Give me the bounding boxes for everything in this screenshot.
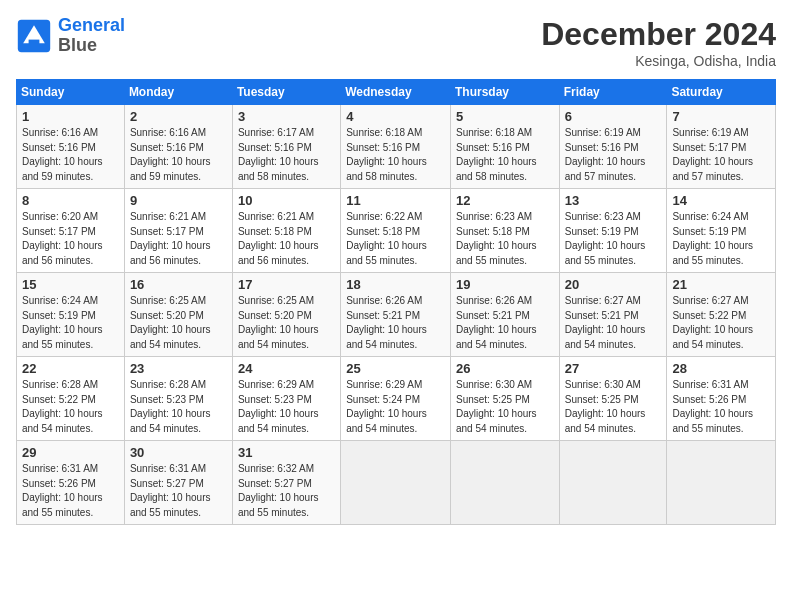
day-cell-28: 28 Sunrise: 6:31 AM Sunset: 5:26 PM Dayl… <box>667 357 776 441</box>
day-info: Sunrise: 6:17 AM Sunset: 5:16 PM Dayligh… <box>238 126 335 184</box>
day-cell-15: 15 Sunrise: 6:24 AM Sunset: 5:19 PM Dayl… <box>17 273 125 357</box>
col-thursday: Thursday <box>450 80 559 105</box>
week-row-1: 1 Sunrise: 6:16 AM Sunset: 5:16 PM Dayli… <box>17 105 776 189</box>
day-number: 30 <box>130 445 227 460</box>
day-info: Sunrise: 6:25 AM Sunset: 5:20 PM Dayligh… <box>130 294 227 352</box>
day-number: 1 <box>22 109 119 124</box>
day-info: Sunrise: 6:22 AM Sunset: 5:18 PM Dayligh… <box>346 210 445 268</box>
day-cell-6: 6 Sunrise: 6:19 AM Sunset: 5:16 PM Dayli… <box>559 105 667 189</box>
day-cell-9: 9 Sunrise: 6:21 AM Sunset: 5:17 PM Dayli… <box>124 189 232 273</box>
week-row-5: 29 Sunrise: 6:31 AM Sunset: 5:26 PM Dayl… <box>17 441 776 525</box>
day-cell-25: 25 Sunrise: 6:29 AM Sunset: 5:24 PM Dayl… <box>341 357 451 441</box>
day-number: 6 <box>565 109 662 124</box>
day-number: 25 <box>346 361 445 376</box>
day-info: Sunrise: 6:18 AM Sunset: 5:16 PM Dayligh… <box>456 126 554 184</box>
day-info: Sunrise: 6:16 AM Sunset: 5:16 PM Dayligh… <box>130 126 227 184</box>
day-info: Sunrise: 6:27 AM Sunset: 5:22 PM Dayligh… <box>672 294 770 352</box>
day-number: 23 <box>130 361 227 376</box>
day-info: Sunrise: 6:25 AM Sunset: 5:20 PM Dayligh… <box>238 294 335 352</box>
day-cell-16: 16 Sunrise: 6:25 AM Sunset: 5:20 PM Dayl… <box>124 273 232 357</box>
day-info: Sunrise: 6:30 AM Sunset: 5:25 PM Dayligh… <box>565 378 662 436</box>
day-info: Sunrise: 6:24 AM Sunset: 5:19 PM Dayligh… <box>672 210 770 268</box>
day-number: 3 <box>238 109 335 124</box>
month-title: December 2024 <box>541 16 776 53</box>
day-info: Sunrise: 6:21 AM Sunset: 5:18 PM Dayligh… <box>238 210 335 268</box>
day-info: Sunrise: 6:26 AM Sunset: 5:21 PM Dayligh… <box>456 294 554 352</box>
day-cell-29: 29 Sunrise: 6:31 AM Sunset: 5:26 PM Dayl… <box>17 441 125 525</box>
svg-rect-2 <box>29 39 40 44</box>
day-cell-19: 19 Sunrise: 6:26 AM Sunset: 5:21 PM Dayl… <box>450 273 559 357</box>
empty-cell <box>559 441 667 525</box>
week-row-4: 22 Sunrise: 6:28 AM Sunset: 5:22 PM Dayl… <box>17 357 776 441</box>
day-info: Sunrise: 6:16 AM Sunset: 5:16 PM Dayligh… <box>22 126 119 184</box>
week-row-2: 8 Sunrise: 6:20 AM Sunset: 5:17 PM Dayli… <box>17 189 776 273</box>
empty-cell <box>450 441 559 525</box>
day-cell-26: 26 Sunrise: 6:30 AM Sunset: 5:25 PM Dayl… <box>450 357 559 441</box>
day-cell-12: 12 Sunrise: 6:23 AM Sunset: 5:18 PM Dayl… <box>450 189 559 273</box>
day-number: 24 <box>238 361 335 376</box>
day-number: 21 <box>672 277 770 292</box>
day-cell-1: 1 Sunrise: 6:16 AM Sunset: 5:16 PM Dayli… <box>17 105 125 189</box>
day-number: 13 <box>565 193 662 208</box>
day-info: Sunrise: 6:26 AM Sunset: 5:21 PM Dayligh… <box>346 294 445 352</box>
day-info: Sunrise: 6:31 AM Sunset: 5:27 PM Dayligh… <box>130 462 227 520</box>
week-row-3: 15 Sunrise: 6:24 AM Sunset: 5:19 PM Dayl… <box>17 273 776 357</box>
day-number: 27 <box>565 361 662 376</box>
logo-icon <box>16 18 52 54</box>
day-info: Sunrise: 6:24 AM Sunset: 5:19 PM Dayligh… <box>22 294 119 352</box>
day-cell-18: 18 Sunrise: 6:26 AM Sunset: 5:21 PM Dayl… <box>341 273 451 357</box>
day-info: Sunrise: 6:29 AM Sunset: 5:24 PM Dayligh… <box>346 378 445 436</box>
day-info: Sunrise: 6:28 AM Sunset: 5:22 PM Dayligh… <box>22 378 119 436</box>
day-info: Sunrise: 6:31 AM Sunset: 5:26 PM Dayligh… <box>22 462 119 520</box>
page-header: General Blue December 2024 Kesinga, Odis… <box>16 16 776 69</box>
day-number: 29 <box>22 445 119 460</box>
empty-cell <box>667 441 776 525</box>
day-info: Sunrise: 6:21 AM Sunset: 5:17 PM Dayligh… <box>130 210 227 268</box>
day-info: Sunrise: 6:28 AM Sunset: 5:23 PM Dayligh… <box>130 378 227 436</box>
day-number: 20 <box>565 277 662 292</box>
calendar-table: Sunday Monday Tuesday Wednesday Thursday… <box>16 79 776 525</box>
day-cell-23: 23 Sunrise: 6:28 AM Sunset: 5:23 PM Dayl… <box>124 357 232 441</box>
day-number: 10 <box>238 193 335 208</box>
day-cell-10: 10 Sunrise: 6:21 AM Sunset: 5:18 PM Dayl… <box>232 189 340 273</box>
day-cell-2: 2 Sunrise: 6:16 AM Sunset: 5:16 PM Dayli… <box>124 105 232 189</box>
day-info: Sunrise: 6:19 AM Sunset: 5:17 PM Dayligh… <box>672 126 770 184</box>
day-cell-17: 17 Sunrise: 6:25 AM Sunset: 5:20 PM Dayl… <box>232 273 340 357</box>
day-cell-21: 21 Sunrise: 6:27 AM Sunset: 5:22 PM Dayl… <box>667 273 776 357</box>
col-sunday: Sunday <box>17 80 125 105</box>
day-cell-24: 24 Sunrise: 6:29 AM Sunset: 5:23 PM Dayl… <box>232 357 340 441</box>
empty-cell <box>341 441 451 525</box>
day-info: Sunrise: 6:27 AM Sunset: 5:21 PM Dayligh… <box>565 294 662 352</box>
logo-text: General Blue <box>58 16 125 56</box>
logo-line1: General <box>58 15 125 35</box>
col-monday: Monday <box>124 80 232 105</box>
day-number: 11 <box>346 193 445 208</box>
day-number: 18 <box>346 277 445 292</box>
day-number: 4 <box>346 109 445 124</box>
day-number: 7 <box>672 109 770 124</box>
day-info: Sunrise: 6:23 AM Sunset: 5:18 PM Dayligh… <box>456 210 554 268</box>
day-number: 8 <box>22 193 119 208</box>
day-info: Sunrise: 6:19 AM Sunset: 5:16 PM Dayligh… <box>565 126 662 184</box>
day-number: 12 <box>456 193 554 208</box>
day-info: Sunrise: 6:31 AM Sunset: 5:26 PM Dayligh… <box>672 378 770 436</box>
day-cell-11: 11 Sunrise: 6:22 AM Sunset: 5:18 PM Dayl… <box>341 189 451 273</box>
day-number: 5 <box>456 109 554 124</box>
day-cell-30: 30 Sunrise: 6:31 AM Sunset: 5:27 PM Dayl… <box>124 441 232 525</box>
col-friday: Friday <box>559 80 667 105</box>
day-number: 19 <box>456 277 554 292</box>
day-info: Sunrise: 6:32 AM Sunset: 5:27 PM Dayligh… <box>238 462 335 520</box>
day-number: 14 <box>672 193 770 208</box>
day-cell-22: 22 Sunrise: 6:28 AM Sunset: 5:22 PM Dayl… <box>17 357 125 441</box>
title-block: December 2024 Kesinga, Odisha, India <box>541 16 776 69</box>
day-number: 16 <box>130 277 227 292</box>
day-cell-8: 8 Sunrise: 6:20 AM Sunset: 5:17 PM Dayli… <box>17 189 125 273</box>
day-info: Sunrise: 6:20 AM Sunset: 5:17 PM Dayligh… <box>22 210 119 268</box>
col-tuesday: Tuesday <box>232 80 340 105</box>
day-cell-13: 13 Sunrise: 6:23 AM Sunset: 5:19 PM Dayl… <box>559 189 667 273</box>
day-cell-3: 3 Sunrise: 6:17 AM Sunset: 5:16 PM Dayli… <box>232 105 340 189</box>
day-cell-5: 5 Sunrise: 6:18 AM Sunset: 5:16 PM Dayli… <box>450 105 559 189</box>
day-number: 17 <box>238 277 335 292</box>
day-number: 31 <box>238 445 335 460</box>
day-number: 2 <box>130 109 227 124</box>
